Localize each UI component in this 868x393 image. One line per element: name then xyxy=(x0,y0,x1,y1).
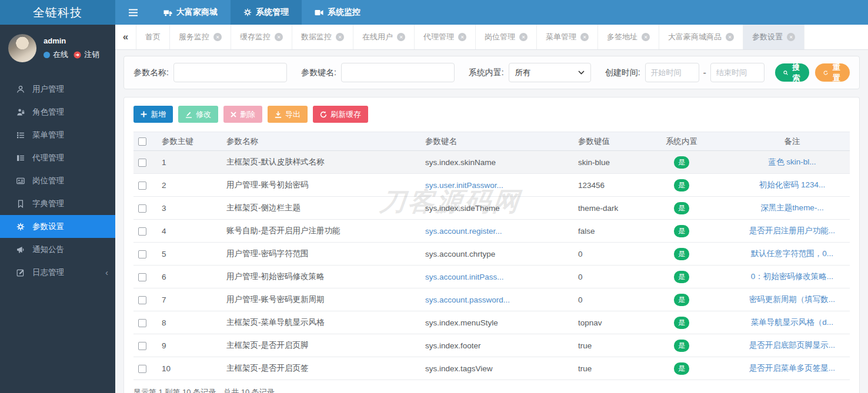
col-builtin: 系统内置 xyxy=(629,132,735,151)
tab-数据监控[interactable]: 数据监控✕ xyxy=(292,25,353,49)
row-checkbox[interactable] xyxy=(138,296,146,304)
delete-button[interactable]: 删除 xyxy=(223,106,262,123)
row-checkbox[interactable] xyxy=(138,204,146,213)
tab-岗位管理[interactable]: 岗位管理✕ xyxy=(476,25,537,49)
sidebar-item[interactable]: 字典管理 xyxy=(0,192,115,215)
tab-菜单管理[interactable]: 菜单管理✕ xyxy=(537,25,598,49)
close-icon[interactable]: ✕ xyxy=(458,33,466,41)
close-icon[interactable]: ✕ xyxy=(726,33,734,41)
remark-link[interactable]: 是否开启底部页脚显示... xyxy=(749,341,835,350)
row-checkbox[interactable] xyxy=(138,319,146,327)
param-name-cell: 主框架页-默认皮肤样式名称 xyxy=(222,151,420,174)
close-icon[interactable]: ✕ xyxy=(787,33,795,41)
user-avatar[interactable] xyxy=(8,34,36,62)
tab-在线用户[interactable]: 在线用户✕ xyxy=(353,25,415,49)
params-table: 参数主键 参数名称 参数键名 参数键值 系统内置 备注 1主框架页-默认皮肤样式… xyxy=(133,132,850,380)
create-time-label: 创建时间: xyxy=(605,68,640,78)
tabs-scroll-left-button[interactable]: « xyxy=(115,25,136,49)
close-icon[interactable]: ✕ xyxy=(275,33,283,41)
logout-link[interactable]: 注销 xyxy=(84,49,99,60)
sidebar-item[interactable]: 岗位管理 xyxy=(0,169,115,192)
remark-link[interactable]: 初始化密码 1234... xyxy=(759,180,826,189)
tab-多签地址[interactable]: 多签地址✕ xyxy=(598,25,659,49)
tab-代理管理[interactable]: 代理管理✕ xyxy=(415,25,476,49)
param-key-cell: sys.index.sideTheme xyxy=(425,204,500,213)
row-checkbox[interactable] xyxy=(138,159,146,167)
row-checkbox[interactable] xyxy=(138,342,146,350)
col-param-id: 参数主键 xyxy=(157,132,222,151)
builtin-badge: 是 xyxy=(674,179,689,192)
close-icon[interactable]: ✕ xyxy=(336,33,344,41)
tab-首页[interactable]: 首页 xyxy=(136,25,170,49)
close-icon[interactable]: ✕ xyxy=(580,33,589,41)
select-all-checkbox[interactable] xyxy=(138,137,146,146)
tab-参数设置[interactable]: 参数设置✕ xyxy=(743,25,804,49)
param-key-cell[interactable]: sys.account.register... xyxy=(425,227,502,236)
col-param-name: 参数名称 xyxy=(222,132,420,151)
param-key-cell: sys.index.footer xyxy=(425,341,481,350)
param-name-cell: 用户管理-初始密码修改策略 xyxy=(222,266,420,288)
app-logo[interactable]: 全链科技 xyxy=(0,0,115,25)
sidebar-item[interactable]: 菜单管理 xyxy=(0,123,115,146)
sidebar-item[interactable]: 参数设置 xyxy=(0,215,115,238)
sidebar-item[interactable]: 角色管理 xyxy=(0,100,115,123)
builtin-badge: 是 xyxy=(674,248,689,260)
tab-大富豪商城商品[interactable]: 大富豪商城商品✕ xyxy=(659,25,743,49)
close-icon[interactable]: ✕ xyxy=(519,33,528,41)
builtin-badge: 是 xyxy=(674,271,689,283)
remark-link[interactable]: 深黑主题theme-... xyxy=(760,203,823,212)
table-row: 1主框架页-默认皮肤样式名称sys.index.skinNameskin-blu… xyxy=(133,151,850,174)
tab-服务监控[interactable]: 服务监控✕ xyxy=(170,25,231,49)
close-icon[interactable]: ✕ xyxy=(642,33,650,41)
refresh-cache-button[interactable]: 刷新缓存 xyxy=(313,106,368,123)
remark-link[interactable]: 默认任意字符范围，0... xyxy=(751,249,833,258)
param-id-cell: 4 xyxy=(157,220,222,243)
remark-link[interactable]: 蓝色 skin-bl... xyxy=(768,157,816,166)
close-icon[interactable]: ✕ xyxy=(397,33,405,41)
sidebar-item[interactable]: 用户管理 xyxy=(0,78,115,100)
sidebar-item[interactable]: 通知公告 xyxy=(0,238,115,261)
sidebar-item[interactable]: 代理管理 xyxy=(0,146,115,169)
row-checkbox[interactable] xyxy=(138,227,146,236)
sidebar-item[interactable]: 日志管理‹ xyxy=(0,261,115,284)
table-row: 2用户管理-账号初始密码sys.user.initPasswor...12345… xyxy=(133,174,850,197)
tab-缓存监控[interactable]: 缓存监控✕ xyxy=(231,25,292,49)
top-nav-item[interactable]: 系统管理 xyxy=(231,0,302,25)
remark-link[interactable]: 0：初始密码修改策略... xyxy=(751,272,833,281)
param-value-cell: false xyxy=(573,220,629,243)
row-checkbox[interactable] xyxy=(138,273,146,281)
user-name: admin xyxy=(44,36,99,45)
remark-link[interactable]: 是否开启注册用户功能... xyxy=(749,226,835,235)
param-name-cell: 用户管理-密码字符范围 xyxy=(222,243,420,266)
close-icon[interactable]: ✕ xyxy=(213,33,222,41)
top-nav-item[interactable]: 大富家商城 xyxy=(151,0,231,25)
param-key-cell[interactable]: sys.account.initPass... xyxy=(425,273,504,281)
sidebar-toggle-button[interactable] xyxy=(115,0,151,25)
param-key-input[interactable] xyxy=(341,63,455,82)
x-icon xyxy=(231,112,236,117)
param-name-input[interactable] xyxy=(173,63,287,82)
pagination-info: 显示第 1 到第 10 条记录，总共 10 条记录 xyxy=(133,387,850,393)
top-nav-item[interactable]: 系统监控 xyxy=(302,0,373,25)
add-button[interactable]: 新增 xyxy=(133,106,173,123)
export-button[interactable]: 导出 xyxy=(268,106,308,123)
param-key-cell[interactable]: sys.account.password... xyxy=(425,295,510,304)
param-value-cell: true xyxy=(573,357,629,380)
id-card-icon xyxy=(16,177,25,185)
remark-link[interactable]: 密码更新周期（填写数... xyxy=(749,295,835,304)
end-time-input[interactable] xyxy=(710,63,764,82)
param-key-cell: sys.index.menuStyle xyxy=(425,318,498,327)
remark-link[interactable]: 菜单导航显示风格（d... xyxy=(751,318,833,327)
edit-icon xyxy=(185,111,192,118)
edit-button[interactable]: 修改 xyxy=(178,106,218,123)
builtin-select[interactable]: 所有 xyxy=(509,63,591,82)
row-checkbox[interactable] xyxy=(138,250,146,258)
log-edit-icon xyxy=(16,268,25,277)
row-checkbox[interactable] xyxy=(138,182,146,190)
search-button[interactable]: 搜索 xyxy=(775,63,810,82)
remark-link[interactable]: 是否开启菜单多页签显... xyxy=(749,364,835,372)
start-time-input[interactable] xyxy=(645,63,699,82)
row-checkbox[interactable] xyxy=(138,365,146,373)
reset-button[interactable]: 重置 xyxy=(815,63,850,82)
param-key-cell[interactable]: sys.user.initPasswor... xyxy=(425,181,503,190)
